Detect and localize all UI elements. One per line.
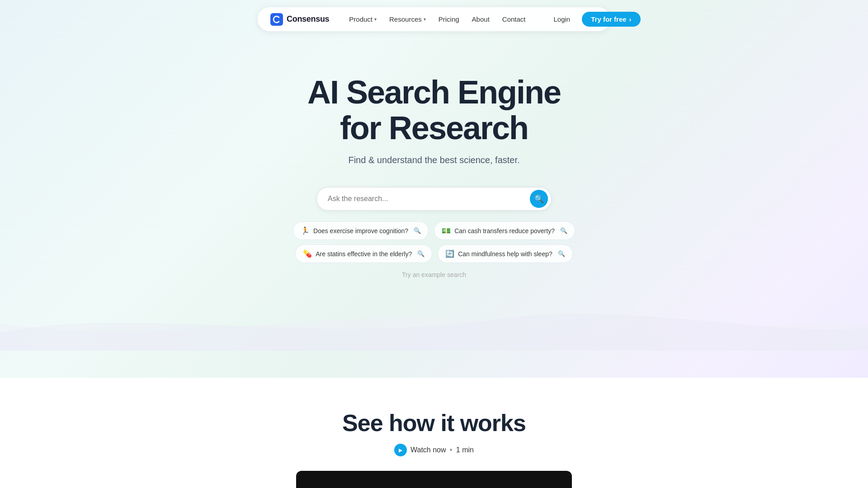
- search-icon: 🔍: [534, 194, 544, 204]
- search-container: 🔍: [316, 187, 552, 211]
- hero-section: AI Search Engine for Research Find & und…: [0, 38, 868, 378]
- how-it-works-section: See how it works ▶ Watch now • 1 min: [0, 378, 868, 488]
- video-placeholder[interactable]: [296, 471, 572, 488]
- example-chip-cash[interactable]: 💵 Can cash transfers reduce poverty? 🔍: [434, 221, 575, 240]
- chip-search-icon: 🔍: [560, 227, 567, 234]
- example-row-2: 💊 Are statins effective in the elderly? …: [295, 244, 573, 263]
- try-free-button[interactable]: Try for free ›: [582, 12, 640, 27]
- exercise-emoji: 🏃: [301, 226, 310, 235]
- nav-item-resources[interactable]: Resources ▾: [384, 13, 431, 26]
- login-button[interactable]: Login: [546, 12, 579, 27]
- nav-actions: Login Try for free ›: [546, 12, 641, 27]
- video-duration: 1 min: [456, 446, 474, 454]
- wave-divider: [0, 296, 868, 351]
- example-chip-exercise[interactable]: 🏃 Does exercise improve cognition? 🔍: [293, 221, 429, 240]
- try-example-link[interactable]: Try an example search: [402, 271, 466, 278]
- logo[interactable]: Consensus: [270, 13, 329, 26]
- chip-search-icon: 🔍: [417, 250, 425, 257]
- mindfulness-emoji: 🔄: [445, 249, 454, 258]
- svg-rect-0: [270, 13, 283, 26]
- search-button[interactable]: 🔍: [530, 190, 548, 208]
- hero-title: AI Search Engine for Research: [307, 75, 561, 146]
- nav-item-product[interactable]: Product ▾: [344, 13, 382, 26]
- cash-emoji: 💵: [442, 226, 451, 235]
- example-chip-statins[interactable]: 💊 Are statins effective in the elderly? …: [295, 244, 432, 263]
- watch-now-row[interactable]: ▶ Watch now • 1 min: [394, 444, 474, 456]
- chevron-down-icon: ▾: [374, 17, 377, 22]
- example-queries: 🏃 Does exercise improve cognition? 🔍 💵 C…: [293, 221, 575, 278]
- navbar: Consensus Product ▾ Resources ▾ Pricing …: [0, 0, 868, 38]
- hero-subtitle: Find & understand the best science, fast…: [348, 155, 519, 165]
- watch-now-label: Watch now: [410, 446, 446, 454]
- logo-icon: [270, 13, 283, 26]
- arrow-right-icon: ›: [629, 15, 632, 23]
- play-icon: ▶: [394, 444, 407, 456]
- statins-emoji: 💊: [303, 249, 312, 258]
- brand-name: Consensus: [287, 14, 329, 24]
- nav-links: Product ▾ Resources ▾ Pricing About Cont…: [344, 13, 531, 26]
- nav-item-contact[interactable]: Contact: [497, 13, 531, 26]
- chip-search-icon: 🔍: [414, 227, 421, 234]
- nav-item-pricing[interactable]: Pricing: [433, 13, 465, 26]
- how-it-works-title: See how it works: [342, 409, 526, 436]
- example-chip-mindfulness[interactable]: 🔄 Can mindfulness help with sleep? 🔍: [438, 244, 573, 263]
- chevron-down-icon: ▾: [424, 17, 426, 22]
- example-row-1: 🏃 Does exercise improve cognition? 🔍 💵 C…: [293, 221, 575, 240]
- chip-search-icon: 🔍: [558, 250, 565, 257]
- nav-item-about[interactable]: About: [467, 13, 495, 26]
- dot-separator: •: [450, 446, 453, 455]
- search-input[interactable]: [316, 187, 552, 211]
